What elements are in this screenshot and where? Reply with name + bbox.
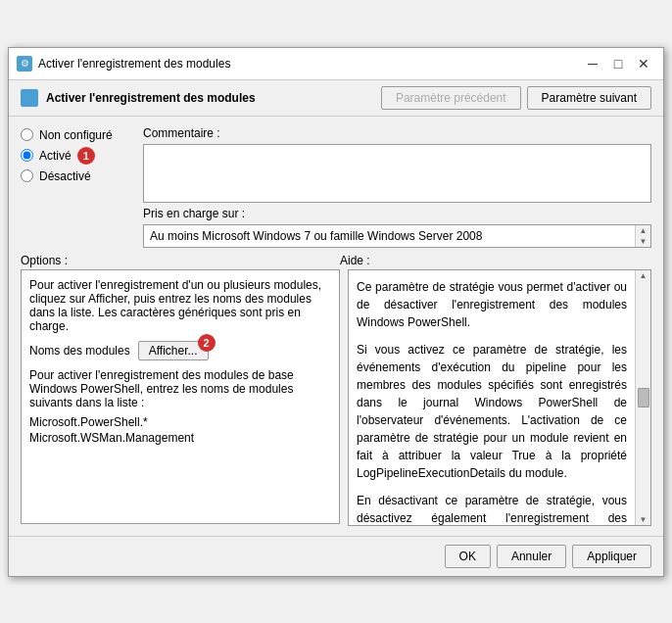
- aide-panel-container: Ce paramètre de stratégie vous permet d'…: [348, 269, 651, 526]
- radio-active-input[interactable]: [21, 149, 33, 162]
- radio-non-configure[interactable]: Non configuré: [21, 128, 133, 142]
- aide-panel[interactable]: Ce paramètre de stratégie vous permet d'…: [349, 270, 635, 525]
- title-bar: ⚙ Activer l'enregistrement des modules ─…: [9, 48, 663, 80]
- radio-desactive-label: Désactivé: [39, 169, 91, 183]
- supported-field: Pris en charge sur : Au moins Microsoft …: [143, 207, 651, 248]
- annuler-button[interactable]: Annuler: [497, 545, 566, 568]
- afficher-button[interactable]: Afficher... 2: [138, 341, 209, 360]
- ok-button[interactable]: OK: [445, 545, 491, 568]
- title-bar-controls: ─ □ ✕: [581, 54, 655, 73]
- modules-inline: Noms des modules Afficher... 2: [29, 341, 331, 360]
- prev-button[interactable]: Paramètre précédent: [381, 86, 521, 110]
- aide-scroll-up[interactable]: ▲: [640, 271, 648, 280]
- header-bar: Activer l'enregistrement des modules Par…: [9, 80, 663, 117]
- radio-non-configure-input[interactable]: [21, 128, 33, 141]
- title-bar-left: ⚙ Activer l'enregistrement des modules: [17, 56, 230, 72]
- main-content: Non configuré Activé 1 Désactivé Comment…: [9, 117, 663, 536]
- module-path-1: Microsoft.PowerShell.*: [29, 415, 331, 429]
- radio-group: Non configuré Activé 1 Désactivé: [21, 126, 133, 248]
- next-button[interactable]: Paramètre suivant: [527, 86, 651, 110]
- aide-para2: Si vous activez ce paramètre de stratégi…: [357, 341, 627, 482]
- header-buttons: Paramètre précédent Paramètre suivant: [381, 86, 651, 110]
- section-headers: Options : Aide :: [21, 254, 651, 267]
- header-icon: [21, 89, 38, 107]
- aide-label: Aide :: [340, 254, 370, 267]
- options-panel: Pour activer l'enregistrement d'un ou pl…: [21, 269, 340, 524]
- appliquer-button[interactable]: Appliquer: [572, 545, 651, 568]
- supported-value: Au moins Microsoft Windows 7 ou famille …: [144, 225, 635, 247]
- afficher-btn-label: Afficher...: [149, 344, 198, 358]
- radio-non-configure-label: Non configuré: [39, 128, 113, 142]
- radio-active-label: Activé: [39, 149, 72, 163]
- maximize-button[interactable]: □: [606, 54, 630, 73]
- options-label: Options :: [21, 254, 68, 267]
- comment-textarea[interactable]: [143, 144, 651, 203]
- comment-label: Commentaire :: [143, 126, 651, 140]
- aide-scroll-down[interactable]: ▼: [640, 515, 648, 524]
- dialog: ⚙ Activer l'enregistrement des modules ─…: [8, 47, 664, 577]
- scroll-down-arrow[interactable]: ▼: [640, 237, 648, 246]
- top-section: Non configuré Activé 1 Désactivé Comment…: [21, 126, 651, 248]
- comment-field: Commentaire :: [143, 126, 651, 203]
- options-desc2: Pour activer l'enregistrement des module…: [29, 368, 331, 409]
- radio-desactive[interactable]: Désactivé: [21, 169, 133, 183]
- title-bar-title: Activer l'enregistrement des modules: [38, 57, 230, 71]
- dialog-icon: ⚙: [17, 56, 32, 72]
- radio-desactive-input[interactable]: [21, 169, 33, 182]
- minimize-button[interactable]: ─: [581, 54, 604, 73]
- aide-scrollbar: ▲ ▼: [635, 270, 650, 525]
- active-badge: 1: [77, 147, 95, 165]
- aide-para1: Ce paramètre de stratégie vous permet d'…: [357, 278, 627, 331]
- module-path-2: Microsoft.WSMan.Management: [29, 431, 331, 445]
- header-title-text: Activer l'enregistrement des modules: [46, 91, 256, 105]
- options-aide-section: Pour activer l'enregistrement d'un ou pl…: [21, 269, 651, 526]
- supported-scrollbar: ▲ ▼: [635, 225, 650, 247]
- aide-header: Aide :: [340, 254, 651, 267]
- close-button[interactable]: ✕: [632, 54, 655, 73]
- modules-label: Noms des modules: [29, 344, 130, 358]
- bottom-bar: OK Annuler Appliquer: [9, 536, 663, 576]
- aide-para3: En désactivant ce paramètre de stratégie…: [357, 492, 627, 525]
- scroll-up-arrow[interactable]: ▲: [640, 226, 648, 235]
- right-fields: Commentaire : Pris en charge sur : Au mo…: [143, 126, 651, 248]
- afficher-badge: 2: [198, 334, 216, 352]
- aide-scroll-thumb[interactable]: [638, 388, 649, 407]
- options-desc1: Pour activer l'enregistrement d'un ou pl…: [29, 278, 331, 333]
- radio-active[interactable]: Activé 1: [21, 147, 133, 165]
- supported-label: Pris en charge sur :: [143, 207, 651, 220]
- options-header: Options :: [21, 254, 332, 267]
- header-title: Activer l'enregistrement des modules: [21, 89, 256, 107]
